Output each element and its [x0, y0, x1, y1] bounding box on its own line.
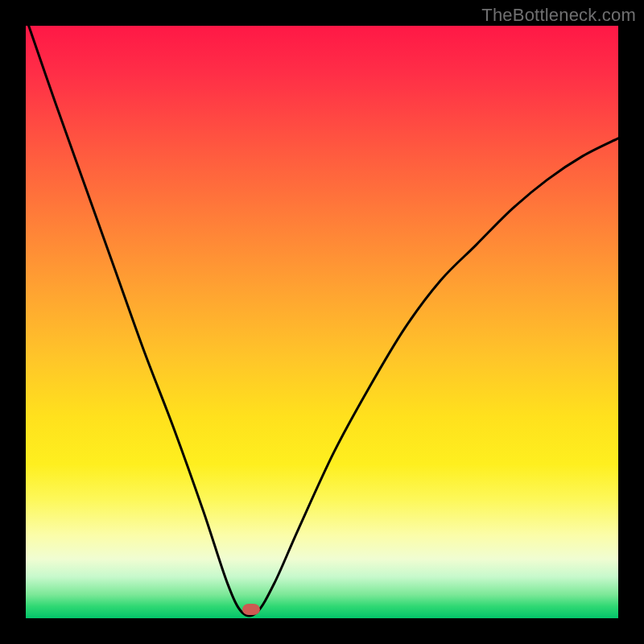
curve-svg: [26, 26, 618, 618]
chart-frame: TheBottleneck.com: [0, 0, 644, 644]
watermark-text: TheBottleneck.com: [481, 5, 636, 26]
plot-area: [26, 26, 618, 618]
optimal-point-marker: [242, 604, 260, 615]
bottleneck-curve: [29, 26, 618, 616]
